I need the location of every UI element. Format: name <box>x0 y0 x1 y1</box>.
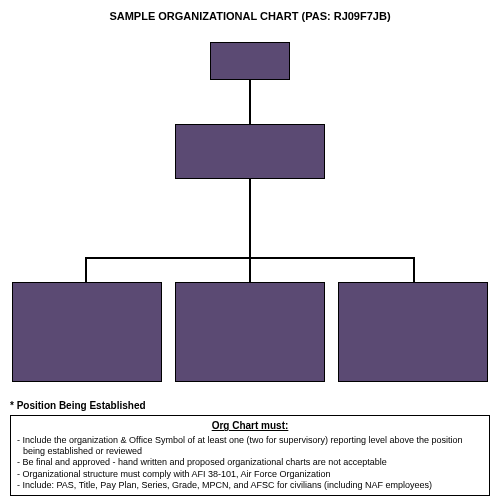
requirements-list: - Include the organization & Office Symb… <box>17 435 483 491</box>
org-node-bottom-left <box>12 282 162 382</box>
list-item: - Be final and approved - hand written a… <box>17 457 483 468</box>
org-node-bottom-mid <box>175 282 325 382</box>
requirements-heading: Org Chart must: <box>17 420 483 433</box>
requirements-box: Org Chart must: - Include the organizati… <box>10 415 490 496</box>
connector <box>413 257 415 282</box>
list-item: - Include: PAS, Title, Pay Plan, Series,… <box>17 480 483 491</box>
org-node-bottom-right <box>338 282 488 382</box>
connector <box>249 179 251 257</box>
org-node-top <box>210 42 290 80</box>
position-note: * Position Being Established <box>10 400 146 411</box>
page-title: SAMPLE ORGANIZATIONAL CHART (PAS: RJ09F7… <box>0 0 500 22</box>
connector <box>249 80 251 124</box>
org-node-mid <box>175 124 325 179</box>
position-marker: * <box>166 337 171 353</box>
org-chart: * <box>0 22 500 397</box>
connector <box>249 257 251 282</box>
connector <box>85 257 87 282</box>
list-item: - Organizational structure must comply w… <box>17 469 483 480</box>
list-item: - Include the organization & Office Symb… <box>17 435 483 458</box>
